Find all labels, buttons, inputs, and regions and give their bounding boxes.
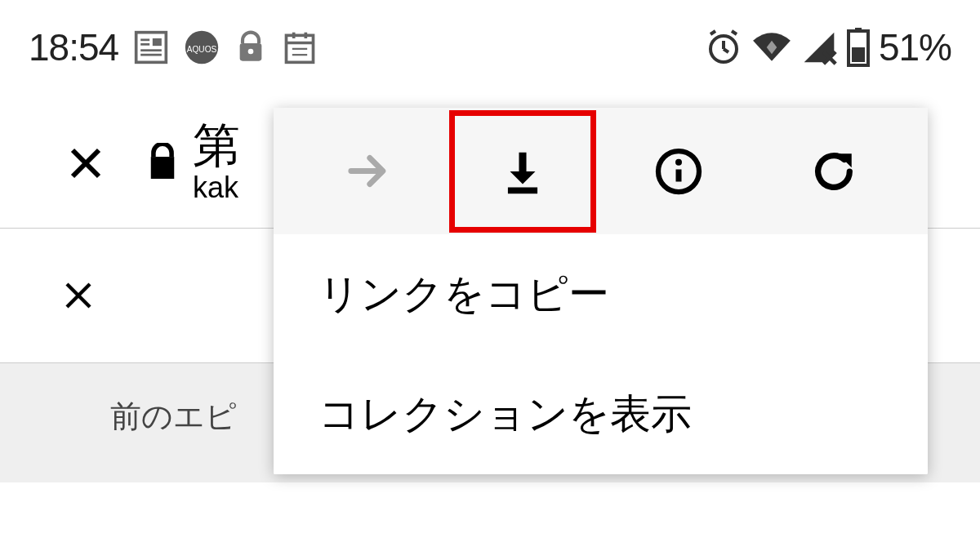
lock-notification-icon [234, 29, 267, 65]
svg-line-20 [732, 31, 737, 34]
status-left: 18:54 AQUOS [29, 25, 318, 69]
forward-button[interactable] [294, 110, 441, 233]
svg-text:AQUOS: AQUOS [187, 44, 217, 53]
status-bar: 18:54 AQUOS 51% [0, 0, 980, 98]
svg-marker-31 [510, 171, 536, 184]
page-subtitle: kak [193, 171, 240, 205]
svg-line-19 [710, 31, 715, 34]
lock-icon [147, 143, 178, 184]
svg-line-18 [724, 49, 728, 52]
page-title: 第 [193, 122, 240, 169]
dropdown-menu: リンクをコピー コレクションを表示 [274, 108, 928, 474]
status-right: 51% [704, 25, 951, 69]
svg-point-9 [248, 48, 254, 54]
battery-percentage: 51% [879, 25, 951, 69]
life-news-icon [133, 29, 169, 65]
dropdown-icon-row [274, 108, 928, 234]
title-stack: 第 kak [193, 122, 240, 205]
svg-rect-3 [153, 38, 162, 46]
info-icon [654, 147, 703, 196]
battery-icon [846, 28, 871, 67]
status-time: 18:54 [29, 25, 118, 69]
svg-marker-36 [838, 153, 852, 167]
download-icon [497, 146, 548, 197]
aquos-icon: AQUOS [184, 29, 220, 65]
forward-icon [341, 149, 394, 193]
svg-rect-0 [136, 32, 167, 62]
refresh-icon [810, 148, 858, 195]
close-button[interactable] [61, 139, 110, 188]
menu-item-copy-link[interactable]: リンクをコピー [274, 234, 928, 354]
calendar-icon [282, 29, 318, 65]
wifi-icon [751, 29, 792, 65]
info-button[interactable] [605, 110, 752, 233]
cell-signal-icon [800, 29, 838, 65]
svg-rect-23 [852, 47, 865, 62]
refresh-button[interactable] [760, 110, 907, 233]
close-button-secondary[interactable] [61, 278, 96, 313]
svg-point-34 [675, 158, 682, 165]
menu-item-view-collection[interactable]: コレクションを表示 [274, 354, 928, 474]
download-button[interactable] [449, 110, 596, 233]
svg-rect-26 [151, 157, 175, 179]
menu-item-list: リンクをコピー コレクションを表示 [274, 234, 928, 474]
alarm-icon [704, 28, 743, 67]
